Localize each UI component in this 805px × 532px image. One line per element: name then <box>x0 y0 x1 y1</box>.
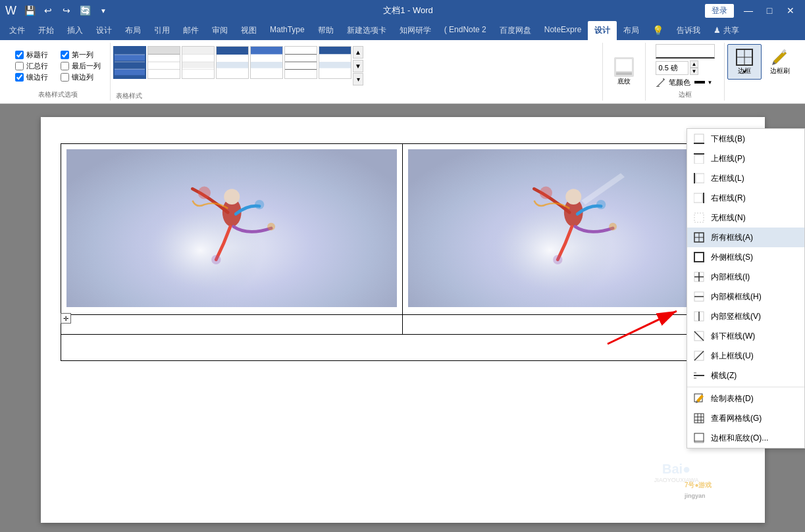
svg-point-44 <box>197 187 210 199</box>
close-button[interactable]: ✕ <box>781 1 800 20</box>
shading-button[interactable]: 底纹 <box>608 54 640 89</box>
last-col-checkbox[interactable]: 最后一列 <box>61 61 101 71</box>
tab-references[interactable]: 引用 <box>147 21 176 40</box>
gallery-scroll-down[interactable]: ▼ <box>353 60 363 72</box>
table-style-options-label: 表格样式选项 <box>38 90 78 99</box>
border-top-icon <box>692 152 706 165</box>
table-style-2[interactable] <box>147 46 180 79</box>
login-button[interactable]: 登录 <box>705 4 734 18</box>
border-width-down[interactable]: ▼ <box>690 68 699 75</box>
border-bottom-item[interactable]: 下框线(B) <box>687 129 804 149</box>
svg-point-49 <box>479 181 636 306</box>
border-diag-down-item[interactable]: 斜下框线(W) <box>687 326 804 346</box>
draw-table-item[interactable]: 绘制表格(D) <box>687 389 804 408</box>
border-inside-item[interactable]: 内部框线(I) <box>687 267 804 287</box>
restore-button[interactable]: □ <box>760 1 779 20</box>
tab-mail[interactable]: 邮件 <box>176 21 205 40</box>
tab-layout-main[interactable]: 布局 <box>118 21 147 40</box>
table-style-4[interactable] <box>216 46 249 79</box>
refresh-icon[interactable]: 🔄 <box>77 3 93 18</box>
tab-baidu[interactable]: 百度网盘 <box>493 21 538 40</box>
svg-rect-34 <box>616 72 632 75</box>
tab-view[interactable]: 视图 <box>234 21 263 40</box>
table-style-options-group: 标题行 第一列 汇总行 最后一列 镶边行 镶边列 <box>5 43 111 101</box>
gallery-more[interactable]: ▾ <box>353 73 363 85</box>
border-style-preview[interactable] <box>656 44 715 59</box>
tab-insert[interactable]: 插入 <box>61 21 90 40</box>
tab-endnote[interactable]: ( EndNote 2 <box>438 21 493 40</box>
table-style-7[interactable] <box>319 46 351 79</box>
svg-rect-29 <box>319 47 351 55</box>
tab-new-tab[interactable]: 新建选项卡 <box>340 21 393 40</box>
ribbon: 文件 开始 插入 设计 布局 引用 邮件 审阅 视图 MathType 帮助 新… <box>0 21 805 104</box>
customize-qat-icon[interactable]: ▼ <box>95 3 111 18</box>
border-outside-item[interactable]: 外侧框线(S) <box>687 247 804 267</box>
svg-point-46 <box>211 255 221 264</box>
first-col-checkbox[interactable]: 第一列 <box>61 50 101 60</box>
redo-icon[interactable]: ↪ <box>59 3 74 18</box>
border-inner-v-item[interactable]: 内部竖框线(V) <box>687 306 804 326</box>
svg-rect-33 <box>616 59 632 71</box>
tab-mathtype[interactable]: MathType <box>263 21 311 40</box>
pen-color-row[interactable]: 笔颜色 ▼ <box>656 77 715 87</box>
undo-icon[interactable]: ↩ <box>40 3 56 18</box>
minimize-button[interactable]: — <box>739 1 758 20</box>
banded-rows-checkbox[interactable]: 镶边行 <box>15 72 55 82</box>
save-icon[interactable]: 💾 <box>22 3 38 18</box>
tab-help[interactable]: 帮助 <box>311 21 340 40</box>
tab-cnki[interactable]: 知网研学 <box>393 21 438 40</box>
border-inner-h-item[interactable]: 内部横框线(H) <box>687 287 804 306</box>
table-style-3[interactable] <box>182 46 215 79</box>
svg-point-43 <box>224 189 240 205</box>
table-style-6[interactable] <box>284 46 317 79</box>
dropdown-divider-1 <box>687 387 804 387</box>
view-gridlines-item[interactable]: 查看网格线(G) <box>687 408 804 428</box>
tab-table-design[interactable]: 设计 <box>588 21 617 40</box>
border-none-item[interactable]: 无框线(N) <box>687 208 804 228</box>
table-cell-bottom <box>61 335 744 361</box>
border-dropdown-menu: 下框线(B) 上框线(P) 左框线(L) 右框线(R) 无框线(N) <box>687 128 805 448</box>
title-bar: W 💾 ↩ ↪ 🔄 ▼ 文档1 - Word 登录 — □ ✕ <box>0 0 805 21</box>
header-row-checkbox[interactable]: 标题行 <box>15 50 55 60</box>
tab-share[interactable]: ♟ 共享 <box>707 21 745 40</box>
pen-color-swatch <box>694 81 705 84</box>
border-dropdown-arrow[interactable]: ▼ <box>742 69 747 75</box>
banded-cols-checkbox[interactable]: 镶边列 <box>61 72 101 82</box>
tab-home[interactable]: 开始 <box>32 21 61 40</box>
border-width-up[interactable]: ▲ <box>690 60 699 68</box>
border-inside-icon <box>692 270 706 283</box>
svg-rect-20 <box>217 62 248 68</box>
tab-lightbulb[interactable]: 💡 <box>646 21 670 40</box>
document-area[interactable]: ✛ <box>0 104 805 532</box>
tab-tell-me[interactable]: 告诉我 <box>670 21 707 40</box>
table-style-1[interactable] <box>113 46 146 79</box>
border-inner-v-icon <box>692 310 706 323</box>
border-left-item[interactable]: 左框线(L) <box>687 168 804 188</box>
border-button[interactable]: 边框 ▼ <box>727 44 762 80</box>
border-shading-item[interactable]: 边框和底纹(O)... <box>687 428 804 448</box>
table-move-handle[interactable]: ✛ <box>61 313 71 324</box>
gallery-scroll-up[interactable]: ▲ <box>353 46 363 59</box>
border-right-item[interactable]: 右框线(R) <box>687 188 804 208</box>
border-width-row: 0.5 磅 ▲ ▼ <box>656 60 715 75</box>
svg-rect-7 <box>148 47 180 55</box>
watermark-game: 7号●游戏 jingyan <box>685 479 712 500</box>
tab-review[interactable]: 审阅 <box>205 21 234 40</box>
border-brush-button[interactable]: 边框刷 <box>763 44 797 80</box>
tab-table-layout[interactable]: 布局 <box>617 21 646 40</box>
tab-file[interactable]: 文件 <box>3 21 32 40</box>
pen-icon <box>656 77 666 87</box>
total-row-checkbox[interactable]: 汇总行 <box>15 61 55 71</box>
table-cell-empty-left <box>61 315 403 335</box>
pen-color-dropdown[interactable]: ▼ <box>708 80 713 85</box>
border-horiz-item[interactable]: 横线(Z) <box>687 366 804 385</box>
table-style-5[interactable] <box>250 46 283 79</box>
svg-line-81 <box>694 351 704 360</box>
border-buttons-group: 边框 ▼ 边框刷 <box>725 43 800 101</box>
border-all-item[interactable]: 所有框线(A) <box>687 228 804 247</box>
border-top-item[interactable]: 上框线(P) <box>687 149 804 168</box>
tab-design-main[interactable]: 设计 <box>90 21 118 40</box>
svg-rect-58 <box>694 134 704 143</box>
border-diag-up-item[interactable]: 斜上框线(U) <box>687 346 804 366</box>
tab-noteexpr[interactable]: NoteExpre <box>538 21 588 40</box>
